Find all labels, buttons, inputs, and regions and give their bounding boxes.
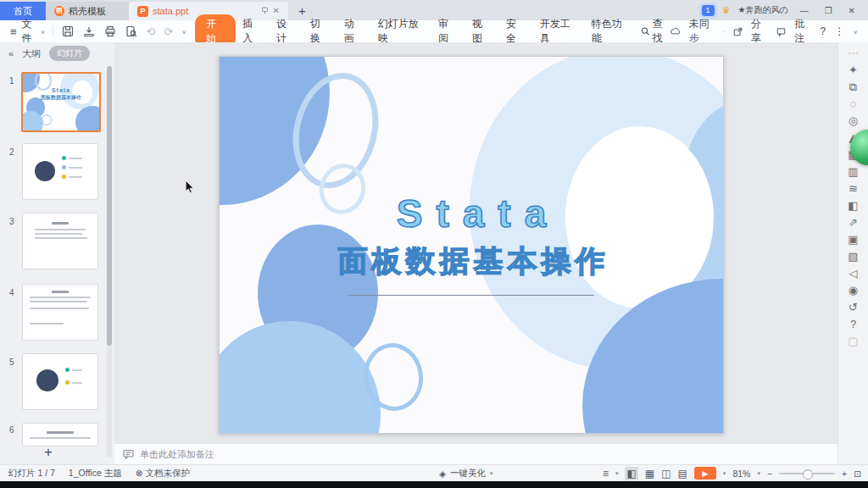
presenter-view-icon[interactable]: ▤	[678, 468, 687, 480]
slide-number: 5	[9, 358, 14, 367]
adjust-icon[interactable]: ≋	[849, 183, 858, 194]
slide-number: 6	[9, 425, 14, 435]
slide-title-chinese[interactable]: 面板数据基本操作	[220, 241, 723, 281]
ribbon-tab-view[interactable]: 视图	[472, 17, 490, 46]
sync-status-button[interactable]: 未同步·	[670, 17, 725, 46]
chart-icon[interactable]: ▥	[848, 166, 858, 177]
normal-view-icon[interactable]: ◧	[625, 467, 637, 480]
notes-placeholder: 单击此处添加备注	[140, 448, 214, 461]
vip-avatar-icon[interactable]: ♛	[722, 5, 731, 16]
status-bar: 幻灯片 1 / 7 1_Office 主题 ⊗ 文档未保护 ◈ 一键美化 ▾ ≡…	[0, 464, 868, 481]
username-label[interactable]: ★奔跑的风の	[737, 4, 787, 16]
redo-icon[interactable]: ⟳	[164, 25, 173, 38]
file-menu[interactable]: 文件	[22, 17, 41, 46]
protection-status[interactable]: ⊗ 文档未保护	[136, 468, 190, 480]
fit-to-window-icon[interactable]: ⊡	[854, 469, 861, 479]
close-button[interactable]: ✕	[844, 6, 860, 15]
record-icon[interactable]: ◉	[849, 285, 858, 296]
slide-thumbnail-2[interactable]	[22, 143, 98, 200]
hamburger-icon[interactable]: ≡	[10, 25, 17, 38]
slide-number: 1	[9, 76, 14, 86]
ribbon-tab-insert[interactable]: 插入	[242, 17, 260, 46]
ribbon-tab-devtools[interactable]: 开发工具	[540, 17, 576, 46]
add-slide-button[interactable]: +	[44, 444, 53, 461]
outline-tab[interactable]: 大纲	[22, 47, 41, 60]
slide-counter: 幻灯片 1 / 7	[8, 468, 55, 480]
beautify-button[interactable]: ◈ 一键美化 ▾	[439, 468, 493, 480]
play-caret-icon[interactable]: ▾	[723, 470, 726, 477]
feedback-icon[interactable]: ▢	[848, 336, 858, 347]
file-chevron-icon[interactable]: ∨	[41, 28, 46, 34]
zoom-out-button[interactable]: −	[767, 469, 772, 479]
export-pdf-icon[interactable]	[82, 25, 95, 38]
slide-thumbnail-6[interactable]	[22, 423, 98, 446]
collapse-ribbon-icon[interactable]: ∨	[853, 28, 858, 34]
save-icon[interactable]	[61, 25, 74, 38]
tab-docer-templates[interactable]: 稻 稻壳模板	[46, 2, 129, 20]
share-button[interactable]: 分享	[733, 17, 768, 46]
more-dots-icon[interactable]: ⋯	[848, 47, 859, 58]
collapse-panel-icon[interactable]: «	[8, 48, 14, 58]
more-menu-icon[interactable]: ⋮	[834, 25, 844, 37]
comment-panel-icon[interactable]: ▣	[848, 234, 858, 245]
slide-title-english[interactable]: Stata	[220, 191, 723, 236]
ribbon-tab-animation[interactable]: 动画	[344, 17, 362, 46]
template-icon[interactable]: ✦	[849, 64, 858, 75]
slide-sorter-icon[interactable]: ▦	[645, 468, 654, 480]
zoom-slider-knob[interactable]	[803, 469, 813, 480]
slide-thumbnail-3[interactable]	[22, 213, 98, 269]
ribbon-tab-design[interactable]: 设计	[276, 17, 294, 46]
export-icon[interactable]: ⇗	[849, 217, 858, 228]
notification-badge[interactable]: 1	[702, 5, 715, 16]
title-text-box[interactable]: Stata 面板数据基本操作	[220, 191, 723, 296]
notes-toggle-icon[interactable]: ≡	[603, 468, 609, 480]
ribbon-tab-transition[interactable]: 切换	[310, 17, 328, 46]
notes-bar[interactable]: 单击此处添加备注	[114, 443, 837, 464]
title-underline	[348, 295, 594, 296]
mouse-cursor	[185, 180, 195, 195]
ribbon-tab-review[interactable]: 审阅	[438, 17, 456, 46]
slide-number: 4	[9, 288, 14, 297]
wps-presentation-window: 首页 稻 稻壳模板 P stata.ppt ✕ + 1 ♛ ★奔跑的风の — ❐…	[0, 0, 868, 481]
notes-caret-icon[interactable]: ▾	[615, 470, 619, 477]
zoom-in-button[interactable]: +	[842, 469, 847, 479]
theme-name[interactable]: 1_Office 主题	[69, 468, 122, 480]
tab-close-icon[interactable]: ✕	[273, 7, 280, 15]
merge-shapes-icon[interactable]: ◌	[850, 98, 857, 109]
shapes-icon[interactable]: ⧉	[849, 81, 857, 92]
ribbon-tab-slideshow[interactable]: 幻灯片放映	[378, 17, 422, 46]
editing-canvas[interactable]: Stata 面板数据基本操作	[114, 42, 837, 443]
help-icon[interactable]: ?	[850, 319, 856, 330]
quickbar-more-icon[interactable]: ∨	[181, 28, 186, 34]
pin-tab-icon[interactable]	[261, 7, 269, 16]
zoom-level[interactable]: 81%	[732, 469, 750, 479]
history-icon[interactable]: ↺	[849, 302, 858, 313]
play-slideshow-button[interactable]: ▶	[694, 467, 716, 480]
layout-icon[interactable]: ◧	[848, 200, 858, 211]
undo-icon[interactable]: ⟲	[146, 25, 155, 38]
ribbon-tab-security[interactable]: 安全	[506, 17, 524, 46]
zoom-slider[interactable]	[779, 473, 835, 474]
image-panel-icon[interactable]: ▨	[848, 251, 858, 262]
minimize-button[interactable]: —	[796, 6, 813, 15]
zoom-caret-icon[interactable]: ▾	[757, 470, 760, 477]
thumbnail-scrollbar[interactable]	[107, 66, 112, 458]
comment-button[interactable]: 批注	[776, 17, 811, 46]
print-icon[interactable]	[103, 25, 116, 38]
slide-thumbnail-4[interactable]	[22, 284, 98, 341]
settings-icon[interactable]: ◎	[849, 115, 858, 126]
slide-thumbnail-1[interactable]: Stata面板数据基本操作	[21, 72, 101, 132]
slide-1-canvas[interactable]: Stata 面板数据基本操作	[219, 56, 724, 434]
slide-thumbnail-5[interactable]	[22, 353, 98, 410]
restore-button[interactable]: ❐	[821, 6, 837, 15]
reading-view-icon[interactable]: ◫	[661, 468, 670, 480]
wps-presentation-icon: P	[137, 6, 148, 17]
print-preview-icon[interactable]	[125, 25, 137, 38]
search-icon	[641, 26, 650, 36]
cloud-sync-icon	[670, 26, 681, 36]
slides-tab[interactable]: 幻灯片	[49, 46, 90, 61]
help-button[interactable]: ?	[820, 25, 826, 37]
audio-icon[interactable]: ◁	[849, 268, 858, 279]
find-button[interactable]: 查找	[641, 17, 671, 46]
ribbon-tab-features[interactable]: 特色功能	[592, 17, 627, 46]
